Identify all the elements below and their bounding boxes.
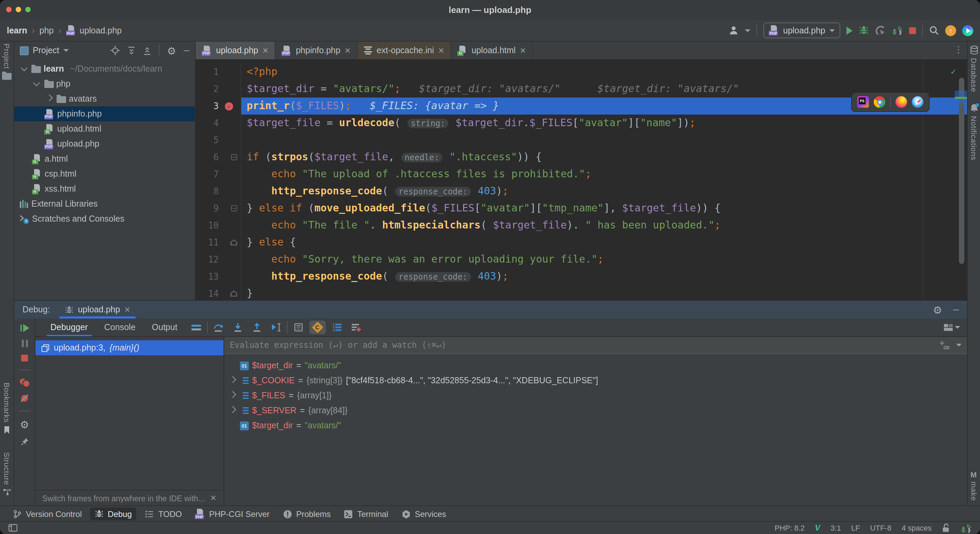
editor-tab-upload-html[interactable]: Hupload.html✕ bbox=[451, 41, 533, 59]
tree-item-php[interactable]: php bbox=[14, 77, 195, 91]
code-line[interactable]: 10 echo "The file ". htmlspecialchars( $… bbox=[196, 217, 967, 234]
code-line[interactable]: 13 http_response_code( response_code: 40… bbox=[196, 268, 967, 285]
toolwindow-button-version-control[interactable]: Version Control bbox=[8, 507, 87, 520]
close-tab-icon[interactable]: ✕ bbox=[345, 46, 351, 55]
toolwindow-button-debug[interactable]: Debug bbox=[90, 507, 137, 520]
show-execution-point-button[interactable] bbox=[188, 320, 205, 334]
run-button[interactable] bbox=[846, 26, 853, 34]
open-in-chrome-icon[interactable] bbox=[874, 96, 885, 108]
tree-chevron[interactable] bbox=[32, 83, 41, 85]
profile-dropdown-icon[interactable] bbox=[745, 29, 750, 32]
pause-program-button[interactable] bbox=[21, 340, 28, 347]
evaluate-expression-input[interactable]: Evaluate expression (↵) or add a watch (… bbox=[224, 337, 967, 354]
breadcrumb-item-learn[interactable]: learn bbox=[7, 26, 27, 35]
debug-settings-gear-icon[interactable]: ⚙ bbox=[933, 304, 942, 315]
open-in-firefox-icon[interactable] bbox=[896, 96, 907, 108]
tree-item-upload-php[interactable]: PHPupload.php bbox=[14, 136, 195, 151]
resume-program-button[interactable] bbox=[21, 324, 29, 332]
editor-tab-phpinfo-php[interactable]: PHPphpinfo.php✕ bbox=[275, 41, 358, 59]
stop-button[interactable] bbox=[909, 27, 916, 34]
fold-marker[interactable] bbox=[231, 154, 237, 160]
editor-tab-upload-php[interactable]: PHPupload.php✕ bbox=[196, 41, 275, 59]
xdebug-listen-icon[interactable] bbox=[960, 523, 972, 533]
toolwindow-button-todo[interactable]: TODO bbox=[140, 507, 187, 520]
toolwindow-button-problems[interactable]: Problems bbox=[278, 507, 335, 520]
close-tab-icon[interactable]: ✕ bbox=[262, 46, 269, 55]
indent-widget[interactable]: 4 spaces bbox=[902, 524, 932, 532]
breakpoint-icon[interactable]: ✓ bbox=[225, 102, 233, 110]
close-session-icon[interactable]: ✕ bbox=[124, 305, 130, 314]
inspections-widget[interactable]: V bbox=[815, 523, 820, 532]
debug-tab-debugger[interactable]: Debugger bbox=[42, 319, 96, 336]
variable-row-_files[interactable]: $_FILES = {array[1]} bbox=[224, 388, 967, 403]
expression-history-icon[interactable] bbox=[956, 344, 962, 346]
view-breakpoints-button[interactable] bbox=[20, 378, 29, 387]
step-out-button[interactable] bbox=[249, 320, 266, 334]
dismiss-hint-icon[interactable]: ✕ bbox=[210, 494, 216, 503]
tree-item-avatars[interactable]: avatars bbox=[14, 91, 195, 107]
debug-session-tab[interactable]: upload.php ✕ bbox=[60, 301, 136, 319]
add-to-watches-icon[interactable] bbox=[939, 340, 949, 350]
code-line[interactable]: 12 echo "Sorry, there was an error uploa… bbox=[196, 251, 967, 268]
code-line[interactable]: 11} else { bbox=[196, 234, 967, 251]
expand-all-button[interactable] bbox=[127, 46, 135, 55]
php-console-toggle[interactable]: C bbox=[310, 320, 326, 334]
stripe-item-make[interactable]: Mmake bbox=[968, 470, 980, 501]
toolwindow-switcher-icon[interactable] bbox=[8, 524, 18, 532]
line-separator-widget[interactable]: LF bbox=[851, 524, 860, 532]
inspections-ok-icon[interactable]: ✓ bbox=[951, 63, 956, 80]
fold-end-marker[interactable] bbox=[230, 239, 237, 245]
stripe-item-bookmarks[interactable]: Bookmarks bbox=[0, 383, 14, 434]
caret-position-widget[interactable]: 3:1 bbox=[830, 524, 841, 532]
view-as-list-button[interactable]: 123 bbox=[329, 320, 345, 334]
tree-item-csp-html[interactable]: Hcsp.html bbox=[14, 166, 195, 182]
tree-item-upload-html[interactable]: Hupload.html bbox=[14, 121, 195, 136]
tree-item-learn[interactable]: learn~/Documents/docs/learn bbox=[14, 61, 195, 77]
stripe-item-structure[interactable]: Structure bbox=[0, 452, 14, 496]
project-view-dropdown-icon[interactable] bbox=[64, 49, 69, 52]
step-into-button[interactable] bbox=[230, 320, 247, 334]
variable-expand-chevron[interactable] bbox=[228, 409, 237, 412]
code-line[interactable]: 7 echo "The upload of .htaccess files is… bbox=[196, 166, 967, 183]
encoding-widget[interactable]: UTF-8 bbox=[870, 524, 891, 532]
close-tab-icon[interactable]: ✕ bbox=[438, 46, 444, 55]
step-over-button[interactable] bbox=[211, 320, 227, 334]
toolwindow-button-php-cgi-server[interactable]: PHPPHP-CGI Server bbox=[190, 507, 274, 520]
pin-tab-icon[interactable] bbox=[20, 437, 29, 446]
stripe-item-notifications[interactable]: Notifications bbox=[968, 103, 980, 160]
project-settings-gear-icon[interactable]: ⚙ bbox=[167, 45, 176, 56]
select-opened-file-button[interactable] bbox=[110, 46, 120, 55]
code-editor[interactable]: 1<?php2$target_dir = "avatars/"; $target… bbox=[196, 60, 967, 300]
hide-debug-panel-button[interactable]: ─ bbox=[953, 305, 959, 314]
breadcrumb-item-upload.php[interactable]: PHPupload.php bbox=[66, 25, 122, 35]
tree-item-phpinfo-php[interactable]: PHPphpinfo.php bbox=[14, 107, 195, 121]
editor-tab-ext-opcache-ini[interactable]: ext-opcache.ini✕ bbox=[358, 41, 451, 59]
variable-row-_server[interactable]: $_SERVER = {array[84]} bbox=[224, 403, 967, 418]
run-with-coverage-button[interactable] bbox=[875, 25, 885, 35]
tree-item-xss-html[interactable]: Hxss.html bbox=[14, 182, 195, 196]
profile-icon[interactable] bbox=[729, 25, 739, 35]
open-in-safari-icon[interactable] bbox=[912, 96, 923, 108]
listen-debug-connections-button[interactable] bbox=[891, 25, 903, 35]
evaluate-expression-button[interactable] bbox=[291, 320, 307, 334]
breadcrumb-item-php[interactable]: php bbox=[40, 26, 54, 35]
update-available-icon[interactable]: ↑ bbox=[945, 25, 956, 36]
php-version-widget[interactable]: PHP: 8.2 bbox=[775, 524, 805, 532]
readonly-lock-icon[interactable] bbox=[942, 523, 950, 532]
debug-tab-console[interactable]: Console bbox=[96, 319, 144, 336]
debug-tab-output[interactable]: Output bbox=[144, 319, 186, 336]
hide-project-panel-button[interactable]: ─ bbox=[184, 46, 189, 55]
fold-end-marker[interactable] bbox=[230, 290, 237, 296]
variable-row-target_dir[interactable]: 01$target_dir = "avatars/" bbox=[224, 418, 967, 433]
open-in-phpstorm-icon[interactable] bbox=[858, 96, 869, 108]
tree-item-external-libraries[interactable]: External Libraries bbox=[14, 196, 195, 211]
editor-options-kebab-icon[interactable]: ⋮ bbox=[954, 44, 963, 54]
layout-settings-button[interactable] bbox=[943, 323, 960, 332]
stop-process-button[interactable] bbox=[21, 355, 28, 362]
editor-scrollbar[interactable] bbox=[959, 78, 964, 264]
stack-frame-row[interactable]: upload.php:3, {main}() bbox=[35, 340, 224, 355]
code-line[interactable]: 9} else if (move_uploaded_file($_FILES["… bbox=[196, 200, 967, 217]
run-to-cursor-button[interactable] bbox=[268, 320, 285, 334]
run-configuration-select[interactable]: PHP upload.php bbox=[763, 22, 840, 38]
code-line[interactable]: 6if (strpos($target_file, needle: ".htac… bbox=[196, 149, 967, 166]
